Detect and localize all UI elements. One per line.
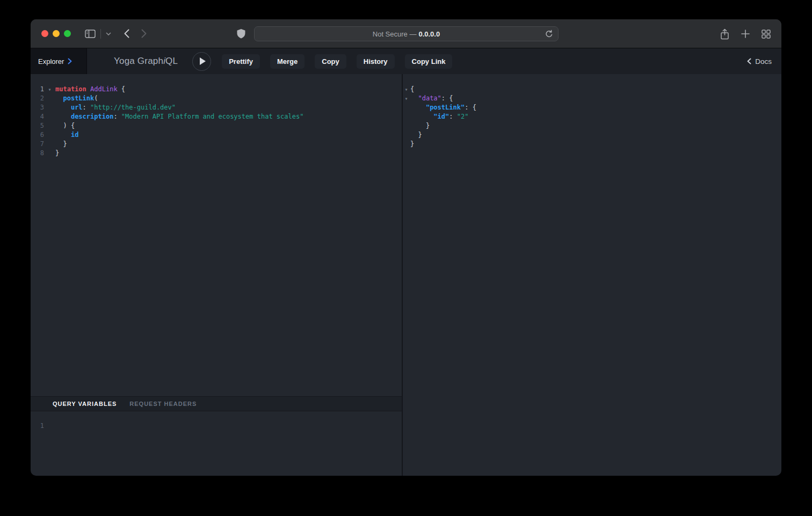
code-line: 6 id (31, 130, 402, 140)
line-number: 7 (31, 140, 44, 149)
fold-gutter-spacer (44, 140, 55, 149)
code-text: { (410, 85, 414, 94)
code-text: postLink( (55, 94, 98, 103)
code-text: id (55, 130, 78, 140)
history-button[interactable]: History (357, 54, 395, 69)
graphiql-content: 1▾mutation AddLink {2 postLink(3 url: "h… (31, 74, 781, 476)
code-text: "id": "2" (410, 112, 468, 121)
code-line: 4 description: "Modern API Platform and … (31, 112, 402, 121)
query-variables-editor[interactable]: 1 (31, 411, 402, 476)
line-number: 6 (31, 130, 44, 140)
code-line: 8} (31, 149, 402, 158)
query-pane: 1▾mutation AddLink {2 postLink(3 url: "h… (31, 74, 402, 476)
prettify-button[interactable]: Prettify (222, 54, 260, 69)
code-line: 3 url: "http://the-guild.dev" (31, 103, 402, 112)
tab-request-headers[interactable]: REQUEST HEADERS (129, 401, 197, 407)
copy-link-button[interactable]: Copy Link (405, 54, 453, 69)
code-text: } (410, 130, 422, 140)
fold-gutter-spacer (403, 140, 410, 149)
line-number: 3 (31, 103, 44, 112)
response-panel: ▾{▾ "data": { "postLink": { "id": "2" } … (403, 74, 781, 476)
code-text: "postLink": { (410, 103, 476, 112)
back-button-icon[interactable] (124, 29, 129, 38)
code-line: 5 ) { (31, 121, 402, 130)
code-line: 1 (31, 421, 402, 431)
tab-overview-icon[interactable] (762, 30, 771, 39)
code-text: description: "Modern API Platform and ec… (55, 112, 303, 121)
line-number: 5 (31, 121, 44, 130)
browser-titlebar: Not Secure — 0.0.0.0 (31, 19, 781, 48)
fold-gutter-spacer (44, 130, 55, 140)
address-bar[interactable]: Not Secure — 0.0.0.0 (254, 26, 559, 41)
share-icon[interactable] (720, 28, 729, 40)
zoom-window-button[interactable] (64, 30, 71, 37)
docs-label: Docs (755, 57, 772, 66)
code-text: } (410, 121, 430, 130)
fold-gutter-spacer (44, 94, 55, 103)
query-editor[interactable]: 1▾mutation AddLink {2 postLink(3 url: "h… (31, 74, 402, 396)
line-number: 1 (31, 85, 44, 94)
explorer-label: Explorer (38, 57, 64, 66)
tab-query-variables[interactable]: QUERY VARIABLES (53, 401, 117, 407)
play-icon (200, 57, 206, 65)
code-text: "data": { (410, 94, 453, 103)
fold-arrow-icon[interactable]: ▾ (403, 85, 410, 94)
code-line: 7 } (31, 140, 402, 149)
docs-toggle[interactable]: Docs (747, 57, 772, 66)
code-line: 2 postLink( (31, 94, 402, 103)
logo-prefix: Yoga Graph (114, 56, 163, 66)
fold-gutter-spacer (44, 121, 55, 130)
line-number: 4 (31, 112, 44, 121)
code-text: } (55, 140, 67, 149)
fold-gutter-spacer (44, 421, 55, 431)
logo-suffix: QL (165, 56, 178, 66)
code-text: url: "http://the-guild.dev" (55, 103, 176, 112)
copy-button[interactable]: Copy (315, 54, 346, 69)
toolbar-separator (100, 29, 101, 39)
secondary-editor-tabs: QUERY VARIABLES REQUEST HEADERS (31, 396, 402, 411)
code-text: } (410, 140, 414, 149)
code-line: ▾ "data": { (403, 94, 781, 103)
fold-arrow-icon[interactable]: ▾ (403, 94, 410, 103)
minimize-window-button[interactable] (53, 30, 60, 37)
traffic-lights (41, 30, 71, 37)
code-line: 1▾mutation AddLink { (31, 85, 402, 94)
code-line: } (403, 121, 781, 130)
explorer-toggle[interactable]: Explorer (31, 48, 87, 74)
url-security-label: Not Secure — (373, 30, 417, 38)
toolbar-buttons: Prettify Merge Copy History Copy Link (222, 54, 452, 69)
sidebar-toggle-icon[interactable] (85, 30, 96, 38)
line-number: 2 (31, 94, 44, 103)
fold-gutter-spacer (403, 103, 410, 112)
fold-gutter-spacer (44, 103, 55, 112)
fold-gutter-spacer (44, 112, 55, 121)
code-text: } (55, 149, 59, 158)
chevron-right-icon (68, 58, 72, 64)
graphiql-toolbar: Explorer Yoga GraphiQL Prettify Merge Co… (31, 48, 781, 74)
code-text: ) { (55, 121, 75, 130)
code-line: "postLink": { (403, 103, 781, 112)
reload-icon[interactable] (545, 30, 554, 39)
line-number: 1 (31, 421, 44, 431)
privacy-shield-icon[interactable] (237, 29, 245, 39)
app-logo: Yoga GraphiQL (114, 56, 178, 67)
fold-gutter-spacer (44, 149, 55, 158)
url-host: 0.0.0.0 (418, 30, 440, 38)
code-text: mutation AddLink { (55, 85, 125, 94)
titlebar-right-icons (720, 19, 771, 48)
code-line: } (403, 140, 781, 149)
code-line: ▾{ (403, 85, 781, 94)
fold-gutter-spacer (403, 130, 410, 140)
browser-window: Not Secure — 0.0.0.0 (31, 19, 781, 476)
chevron-down-icon[interactable] (106, 32, 111, 35)
merge-button[interactable]: Merge (270, 54, 305, 69)
fold-gutter-spacer (403, 121, 410, 130)
fold-gutter-spacer (403, 112, 410, 121)
forward-button-icon[interactable] (141, 29, 147, 38)
new-tab-icon[interactable] (741, 30, 750, 38)
close-window-button[interactable] (41, 30, 48, 37)
execute-query-button[interactable] (192, 52, 211, 71)
line-number: 8 (31, 149, 44, 158)
fold-arrow-icon[interactable]: ▾ (44, 85, 55, 94)
browser-nav-group (85, 29, 147, 39)
